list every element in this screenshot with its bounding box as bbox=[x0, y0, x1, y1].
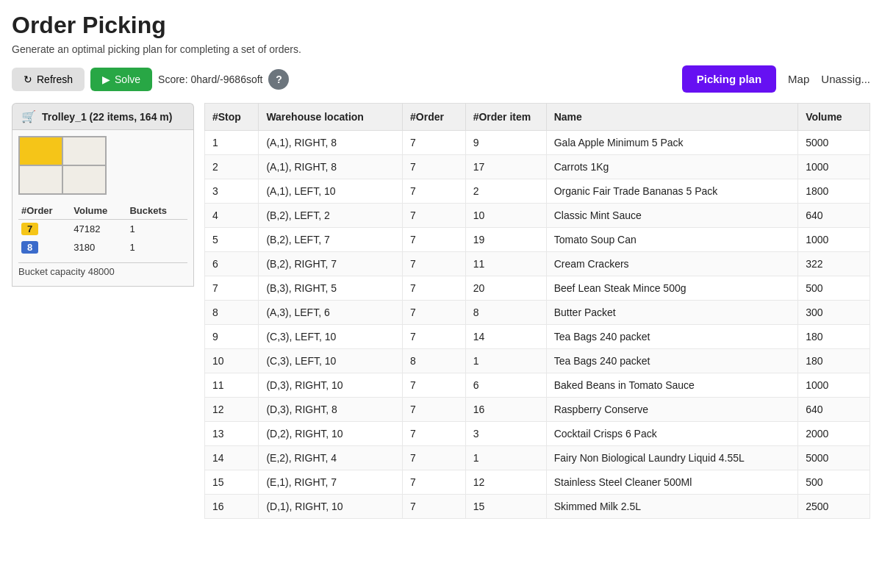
location-cell: (C,3), LEFT, 10 bbox=[259, 325, 403, 349]
order-item-cell: 14 bbox=[465, 325, 546, 349]
stop-cell: 14 bbox=[205, 446, 259, 470]
page-subtitle: Generate an optimal picking plan for com… bbox=[12, 43, 870, 55]
solve-button[interactable]: ▶ Solve bbox=[90, 68, 152, 91]
name-cell: Beef Lean Steak Mince 500g bbox=[546, 276, 797, 301]
order-cell: 7 bbox=[403, 422, 466, 446]
order-cell: 7 bbox=[403, 470, 466, 495]
picking-table: #StopWarehouse location#Order#Order item… bbox=[204, 103, 870, 519]
name-cell: Skimmed Milk 2.5L bbox=[546, 495, 797, 519]
name-cell: Tomato Soup Can bbox=[546, 228, 797, 252]
order-cell: 7 bbox=[403, 131, 466, 155]
map-button[interactable]: Map bbox=[788, 73, 809, 85]
order-volume: 3180 bbox=[71, 238, 126, 257]
order-cell: 7 bbox=[403, 228, 466, 252]
order-badge: 7 bbox=[21, 223, 38, 235]
stop-cell: 7 bbox=[205, 276, 259, 301]
order-item-cell: 17 bbox=[465, 155, 546, 179]
order-badge-cell: 7 bbox=[18, 220, 71, 239]
table-section: #StopWarehouse location#Order#Order item… bbox=[204, 103, 870, 519]
name-cell: Gala Apple Minimum 5 Pack bbox=[546, 131, 797, 155]
order-cell: 7 bbox=[403, 276, 466, 301]
help-button[interactable]: ? bbox=[268, 69, 289, 90]
order-buckets: 1 bbox=[126, 238, 187, 257]
order-item-cell: 11 bbox=[465, 252, 546, 276]
stop-cell: 15 bbox=[205, 470, 259, 495]
order-table-row: 7471821 bbox=[18, 220, 187, 239]
location-cell: (A,1), RIGHT, 8 bbox=[259, 155, 403, 179]
stop-cell: 8 bbox=[205, 301, 259, 325]
order-cell: 7 bbox=[403, 301, 466, 325]
volume-cell: 500 bbox=[798, 470, 870, 495]
name-cell: Raspberry Conserve bbox=[546, 398, 797, 422]
volume-cell: 640 bbox=[798, 398, 870, 422]
location-cell: (B,2), LEFT, 7 bbox=[259, 228, 403, 252]
col-header-buckets: Buckets bbox=[126, 202, 187, 220]
location-cell: (A,1), LEFT, 10 bbox=[259, 179, 403, 204]
play-icon: ▶ bbox=[102, 74, 110, 85]
col-header-volume: Volume bbox=[798, 104, 870, 131]
table-row: 3(A,1), LEFT, 1072Organic Fair Trade Ban… bbox=[205, 179, 870, 204]
volume-cell: 640 bbox=[798, 204, 870, 228]
order-cell: 8 bbox=[403, 349, 466, 373]
table-row: 9(C,3), LEFT, 10714Tea Bags 240 packet18… bbox=[205, 325, 870, 349]
order-cell: 7 bbox=[403, 446, 466, 470]
volume-cell: 180 bbox=[798, 349, 870, 373]
trolley-header: 🛒 Trolley_1 (22 items, 164 m) bbox=[12, 103, 194, 129]
name-cell: Stainless Steel Cleaner 500Ml bbox=[546, 470, 797, 495]
order-table: #Order Volume Buckets 7471821831801 bbox=[18, 202, 187, 257]
order-cell: 7 bbox=[403, 373, 466, 398]
unassign-button[interactable]: Unassig... bbox=[821, 73, 870, 85]
order-item-cell: 9 bbox=[465, 131, 546, 155]
col-header-order: #Order bbox=[18, 202, 71, 220]
volume-cell: 5000 bbox=[798, 131, 870, 155]
location-cell: (B,2), RIGHT, 7 bbox=[259, 252, 403, 276]
stop-cell: 9 bbox=[205, 325, 259, 349]
toolbar: ↻ Refresh ▶ Solve Score: 0hard/-9686soft… bbox=[12, 65, 870, 93]
order-badge: 8 bbox=[21, 241, 38, 254]
col-header--stop: #Stop bbox=[205, 104, 259, 131]
trolley-title: Trolley_1 (22 items, 164 m) bbox=[42, 111, 172, 123]
name-cell: Cream Crackers bbox=[546, 252, 797, 276]
order-table-row: 831801 bbox=[18, 238, 187, 257]
bucket-grid-container: #Order Volume Buckets 7471821831801 Buck… bbox=[12, 129, 194, 287]
table-row: 7(B,3), RIGHT, 5720Beef Lean Steak Mince… bbox=[205, 276, 870, 301]
bucket-cell-1 bbox=[19, 137, 62, 165]
table-row: 15(E,1), RIGHT, 7712Stainless Steel Clea… bbox=[205, 470, 870, 495]
stop-cell: 1 bbox=[205, 131, 259, 155]
location-cell: (C,3), LEFT, 10 bbox=[259, 349, 403, 373]
col-header-warehouse-location: Warehouse location bbox=[259, 104, 403, 131]
name-cell: Fairy Non Biological Laundry Liquid 4.55… bbox=[546, 446, 797, 470]
location-cell: (A,3), LEFT, 6 bbox=[259, 301, 403, 325]
main-content: 🛒 Trolley_1 (22 items, 164 m) #Order Vol… bbox=[12, 103, 870, 519]
order-item-cell: 1 bbox=[465, 349, 546, 373]
volume-cell: 2500 bbox=[798, 495, 870, 519]
name-cell: Cocktail Crisps 6 Pack bbox=[546, 422, 797, 446]
order-item-cell: 2 bbox=[465, 179, 546, 204]
order-item-cell: 10 bbox=[465, 204, 546, 228]
col-header--order: #Order bbox=[403, 104, 466, 131]
order-buckets: 1 bbox=[126, 220, 187, 239]
table-row: 5(B,2), LEFT, 7719Tomato Soup Can1000 bbox=[205, 228, 870, 252]
name-cell: Baked Beans in Tomato Sauce bbox=[546, 373, 797, 398]
table-row: 10(C,3), LEFT, 1081Tea Bags 240 packet18… bbox=[205, 349, 870, 373]
table-row: 12(D,3), RIGHT, 8716Raspberry Conserve64… bbox=[205, 398, 870, 422]
table-row: 16(D,1), RIGHT, 10715Skimmed Milk 2.5L25… bbox=[205, 495, 870, 519]
picking-plan-button[interactable]: Picking plan bbox=[682, 65, 776, 93]
table-row: 1(A,1), RIGHT, 879Gala Apple Minimum 5 P… bbox=[205, 131, 870, 155]
refresh-icon: ↻ bbox=[24, 74, 32, 85]
order-cell: 7 bbox=[403, 179, 466, 204]
order-cell: 7 bbox=[403, 155, 466, 179]
refresh-button[interactable]: ↻ Refresh bbox=[12, 68, 85, 91]
name-cell: Classic Mint Sauce bbox=[546, 204, 797, 228]
volume-cell: 5000 bbox=[798, 446, 870, 470]
location-cell: (A,1), RIGHT, 8 bbox=[259, 131, 403, 155]
location-cell: (D,3), RIGHT, 8 bbox=[259, 398, 403, 422]
order-item-cell: 3 bbox=[465, 422, 546, 446]
volume-cell: 1000 bbox=[798, 373, 870, 398]
order-cell: 7 bbox=[403, 204, 466, 228]
bucket-grid bbox=[18, 136, 107, 195]
order-volume: 47182 bbox=[71, 220, 126, 239]
volume-cell: 1800 bbox=[798, 179, 870, 204]
order-badge-cell: 8 bbox=[18, 238, 71, 257]
table-row: 13(D,2), RIGHT, 1073Cocktail Crisps 6 Pa… bbox=[205, 422, 870, 446]
